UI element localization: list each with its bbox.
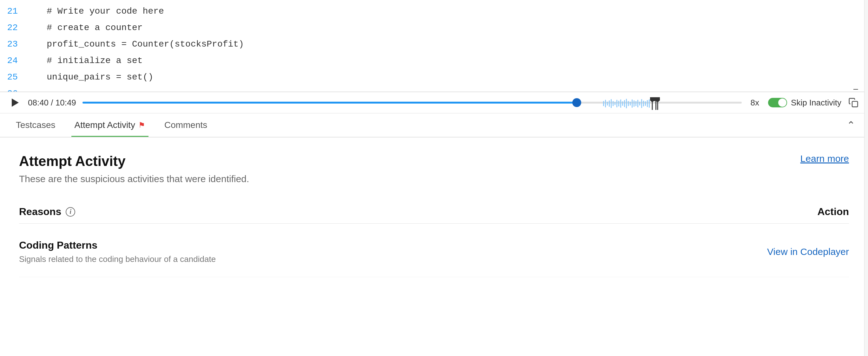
svg-rect-13: [628, 101, 629, 106]
toggle-knob: [778, 99, 786, 107]
skip-inactivity-toggle[interactable]: [768, 98, 787, 107]
play-icon: [12, 99, 19, 107]
skip-inactivity-control: Skip Inactivity: [768, 98, 841, 108]
speed-button[interactable]: 8x: [748, 97, 762, 109]
tabs-bar: Testcases Attempt Activity ⚑ Comments ⌃: [0, 113, 868, 138]
tab-attempt-activity[interactable]: Attempt Activity ⚑: [71, 113, 149, 137]
row-left: Coding Patterns Signals related to the c…: [19, 240, 216, 264]
code-line: 23 profit_counts = Counter(stocksProfit): [0, 36, 868, 52]
svg-rect-24: [649, 100, 650, 108]
table-row: Coding Patterns Signals related to the c…: [19, 227, 849, 277]
header-reasons: Reasons i: [19, 206, 75, 218]
scrollbar[interactable]: [864, 0, 868, 356]
line-number: 24: [0, 52, 25, 69]
playback-bar: 08:40 / 10:49: [0, 92, 868, 113]
skip-inactivity-label: Skip Inactivity: [791, 98, 841, 108]
svg-rect-3: [609, 100, 610, 107]
line-content: unique_pairs = set(): [25, 69, 153, 85]
svg-rect-19: [639, 102, 640, 105]
svg-rect-12: [626, 99, 627, 108]
svg-rect-16: [633, 100, 634, 107]
page-subtitle: These are the suspicious activities that…: [19, 174, 849, 184]
copy-icon: [848, 98, 859, 108]
progress-thumb: [572, 98, 581, 107]
flag-icon: ⚑: [138, 121, 145, 130]
progress-track[interactable]: [83, 102, 742, 104]
line-content: # create a counter: [25, 20, 143, 36]
progress-fill: [83, 102, 577, 104]
svg-rect-5: [613, 101, 614, 106]
copy-button[interactable]: [848, 97, 859, 108]
play-button[interactable]: [9, 96, 22, 109]
svg-rect-31: [852, 101, 858, 107]
svg-rect-23: [647, 100, 648, 107]
line-content: # initialize a set: [25, 52, 143, 69]
svg-rect-9: [620, 100, 621, 108]
info-icon[interactable]: i: [66, 207, 75, 217]
svg-rect-1: [605, 100, 606, 107]
svg-rect-30: [655, 101, 656, 110]
minimize-icon[interactable]: −: [853, 84, 859, 95]
svg-rect-10: [622, 101, 623, 106]
waveform-svg: [603, 97, 730, 110]
line-number: 22: [0, 20, 25, 36]
time-display: 08:40 / 10:49: [28, 98, 76, 108]
svg-rect-6: [615, 102, 616, 105]
table-header: Reasons i Action: [19, 200, 849, 224]
line-number: 23: [0, 36, 25, 52]
svg-rect-4: [611, 99, 612, 108]
line-number: 26: [0, 85, 25, 92]
header-action: Action: [817, 206, 849, 218]
row-description: Signals related to the coding behaviour …: [19, 254, 216, 264]
code-lines: 21 # Write your code here 22 # create a …: [0, 0, 868, 92]
code-line: 24 # initialize a set: [0, 52, 868, 69]
view-codeplayer-link[interactable]: View in Codeplayer: [767, 246, 849, 257]
row-title: Coding Patterns: [19, 240, 216, 251]
code-line: 22 # create a counter: [0, 20, 868, 36]
svg-rect-0: [603, 101, 604, 106]
svg-rect-7: [616, 100, 617, 107]
svg-rect-8: [618, 101, 619, 106]
line-content: # Write your code here: [25, 3, 164, 20]
tab-comments[interactable]: Comments: [161, 113, 210, 137]
svg-rect-11: [624, 100, 625, 107]
code-line: 26: [0, 85, 868, 92]
collapse-button[interactable]: ⌃: [847, 119, 855, 131]
svg-rect-21: [643, 101, 644, 106]
svg-rect-22: [645, 101, 646, 106]
svg-rect-15: [632, 100, 632, 108]
code-editor: 21 # Write your code here 22 # create a …: [0, 0, 868, 92]
code-line: 25 unique_pairs = set(): [0, 69, 868, 85]
code-line: 21 # Write your code here: [0, 3, 868, 20]
svg-rect-17: [636, 101, 637, 106]
page-title: Attempt Activity: [19, 153, 849, 169]
svg-rect-20: [641, 99, 642, 108]
tab-testcases[interactable]: Testcases: [13, 113, 59, 137]
svg-rect-29: [653, 97, 658, 101]
line-content: profit_counts = Counter(stocksProfit): [25, 36, 244, 52]
svg-rect-2: [607, 102, 608, 105]
svg-rect-18: [638, 100, 638, 107]
line-number: 25: [0, 69, 25, 85]
line-number: 21: [0, 3, 25, 20]
main-content: Attempt Activity These are the suspiciou…: [0, 138, 868, 290]
learn-more-link[interactable]: Learn more: [800, 153, 849, 164]
svg-rect-14: [630, 102, 631, 105]
